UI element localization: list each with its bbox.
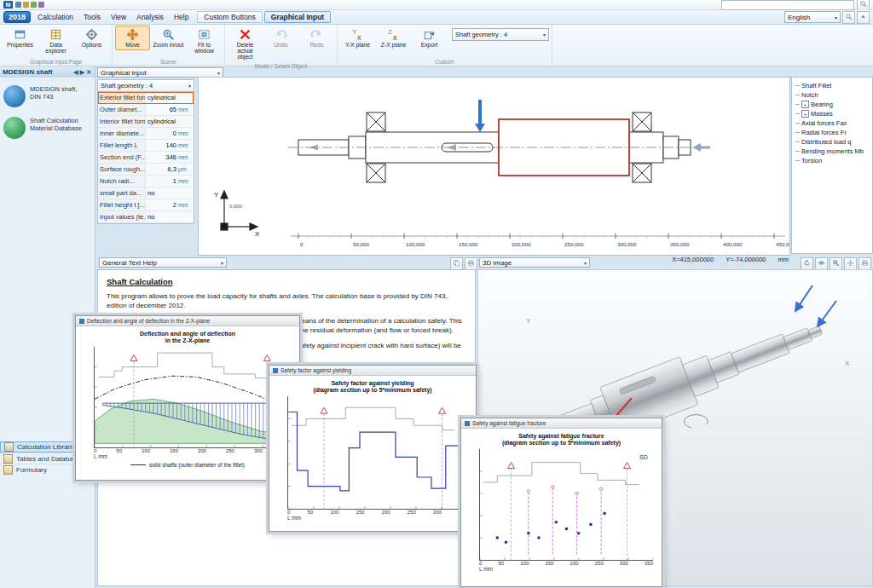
x-axis-label: L mm <box>94 453 295 459</box>
tree-item-shaft-fillet[interactable]: Shaft Fillet <box>794 81 870 90</box>
close-icon[interactable]: ✕ <box>85 69 92 75</box>
export-button[interactable]: Export <box>412 26 447 50</box>
window-titlebar[interactable]: Deflection and angle of deflection in th… <box>76 316 299 326</box>
menubar-icons <box>842 11 870 24</box>
menu-help[interactable]: Help <box>169 12 194 22</box>
property-value[interactable]: cylindrical <box>146 118 178 125</box>
property-row-outer-diamet[interactable]: Outer diamet...65mm <box>98 104 194 116</box>
property-row-small-part-da[interactable]: small part da...no <box>98 187 194 199</box>
x-tick-label: 250 <box>226 448 234 453</box>
language-select[interactable]: English <box>784 11 841 23</box>
collapse-left-icon[interactable]: ◀ <box>72 69 78 75</box>
property-row-surface-rough[interactable]: Surface rough...6,3μm <box>98 164 194 176</box>
y-x-plane-button[interactable]: YXY-X plane <box>340 26 375 50</box>
properties-button[interactable]: Properties <box>3 26 38 50</box>
window-titlebar[interactable]: Safety against fatigue fracture <box>461 418 662 429</box>
menu-tabs: Custom ButtonsGraphical Input <box>195 11 331 23</box>
open-file-icon[interactable] <box>23 2 29 8</box>
shaft-geometry-select[interactable]: Shaft geometry : 4 <box>98 80 194 92</box>
svg-text:Y: Y <box>214 191 219 199</box>
version-badge[interactable]: 2018 <box>3 11 31 23</box>
move-button[interactable]: Move <box>115 26 150 50</box>
caret-up-icon-button[interactable] <box>857 11 870 24</box>
data-explorer-button[interactable]: Data explorer <box>38 26 73 56</box>
zoom-icon-button[interactable] <box>830 257 842 270</box>
print-icon-button[interactable] <box>859 257 871 270</box>
tree-item-bearing[interactable]: +Bearing <box>794 100 870 109</box>
shaft-geometry-ribbon-select[interactable]: Shaft geometry : 4 <box>452 28 549 41</box>
window-titlebar[interactable]: Safety factor against yielding <box>269 366 476 376</box>
property-value[interactable]: 346 <box>146 153 178 161</box>
tree-item-torsion[interactable]: Torsion <box>794 156 870 165</box>
move-icon <box>117 28 148 41</box>
property-row-input-values-te[interactable]: Input values (te...no <box>98 211 194 223</box>
menu-tools[interactable]: Tools <box>78 12 106 22</box>
property-value[interactable]: cylindrical <box>146 94 178 101</box>
tab-graphical-input[interactable]: Graphical Input <box>264 11 331 23</box>
print-icon-button[interactable] <box>465 257 477 270</box>
chart-canvas <box>95 347 291 447</box>
zoom-in-out-button[interactable]: Zoom in/out <box>151 26 186 50</box>
property-value[interactable]: 1 <box>146 177 178 185</box>
redo-button[interactable]: Redo <box>299 26 334 50</box>
tree-item-notch[interactable]: Notch <box>794 90 870 100</box>
x-tick-label: 50 <box>116 448 122 453</box>
property-row-section-end-f[interactable]: Section end (F...346mm <box>98 152 194 164</box>
tree-item-bending-moments-mb[interactable]: Bending moments Mb <box>794 147 870 156</box>
expand-icon[interactable]: + <box>801 101 809 108</box>
options-icon <box>76 28 107 41</box>
property-row-fillet-length-l[interactable]: Fillet length L140mm <box>98 140 194 152</box>
tree-item-distributed-load-q[interactable]: Distributed load q <box>794 137 870 147</box>
x-tick-label: 300 <box>254 448 263 453</box>
property-value[interactable]: 65 <box>146 106 178 113</box>
property-row-fillet-height-t[interactable]: Fillet height t [...2mm <box>98 199 194 211</box>
sidebar-item-shaft-calculation-material-database[interactable]: Shaft Calculation Material Database <box>0 109 95 141</box>
sidebar-item-mdesign-shaft-din-743[interactable]: MDESIGN shaft, DIN 743 <box>0 78 95 109</box>
rotate-icon-button[interactable] <box>801 257 813 270</box>
tree-item-axial-forces-fax[interactable]: Axial forces Fax <box>794 118 870 128</box>
tree-item-masses[interactable]: +Masses <box>794 109 870 118</box>
options-button[interactable]: Options <box>74 26 109 50</box>
copy-icon-button[interactable] <box>450 257 463 270</box>
expand-icon[interactable]: + <box>801 110 809 118</box>
x-tick-label: 200 <box>198 448 206 453</box>
property-row-interior-fillet-form[interactable]: Interior fillet formcylindrical <box>98 116 194 128</box>
settings-icon[interactable] <box>38 2 44 8</box>
deflection-chart <box>94 347 291 448</box>
property-row-exterior-fillet-form[interactable]: Exterior fillet formcylindrical <box>98 92 194 104</box>
cursor-x: X=415,000000 <box>672 256 714 263</box>
help-view-select[interactable]: General Text Help <box>99 257 227 268</box>
orbit-icon-button[interactable] <box>815 257 828 270</box>
drawing-canvas[interactable]: Y X 0,000 050,000100,000150,000200,00025… <box>198 77 790 256</box>
axis-indicator <box>221 191 257 230</box>
new-file-icon[interactable] <box>15 2 21 8</box>
search-input[interactable] <box>721 0 854 10</box>
property-row-notch-radi[interactable]: Notch radi...1mm <box>98 176 194 187</box>
menu-analysis[interactable]: Analysis <box>131 12 169 22</box>
property-value[interactable]: 6,3 <box>146 165 178 173</box>
property-value[interactable]: 140 <box>146 141 178 149</box>
z-x-plane-button[interactable]: ZXZ-X plane <box>376 26 411 50</box>
library-icon <box>3 465 13 475</box>
property-value[interactable]: no <box>146 213 178 221</box>
tree-item-radial-forces-fr[interactable]: Radial forces Fr <box>794 128 870 137</box>
fit-to-window-button[interactable]: Fit to window <box>187 26 222 56</box>
pan-icon-button[interactable] <box>844 257 857 270</box>
property-value[interactable]: 2 <box>146 201 178 209</box>
menu-items: CalculationToolsViewAnalysisHelp <box>32 12 194 22</box>
undo-button[interactable]: Undo <box>263 26 298 50</box>
menu-calculation[interactable]: Calculation <box>32 12 78 22</box>
chart-title: Deflection and angle of deflectionin the… <box>80 331 295 344</box>
chart-canvas <box>288 396 467 509</box>
caret-up-icon <box>859 13 867 22</box>
property-row-inner-diamete[interactable]: Inner diamete...0mm <box>98 128 194 140</box>
tab-custom-buttons[interactable]: Custom Buttons <box>197 11 262 23</box>
3d-view-select[interactable]: 3D image <box>479 257 590 268</box>
property-value[interactable]: 0 <box>146 130 178 137</box>
menu-view[interactable]: View <box>106 12 131 22</box>
language-value: English <box>788 14 810 21</box>
delete-actual-object-button[interactable]: Delete actual object <box>228 26 263 62</box>
save-icon[interactable] <box>31 2 37 8</box>
property-value[interactable]: no <box>146 189 178 197</box>
search-icon-button[interactable] <box>842 11 855 24</box>
